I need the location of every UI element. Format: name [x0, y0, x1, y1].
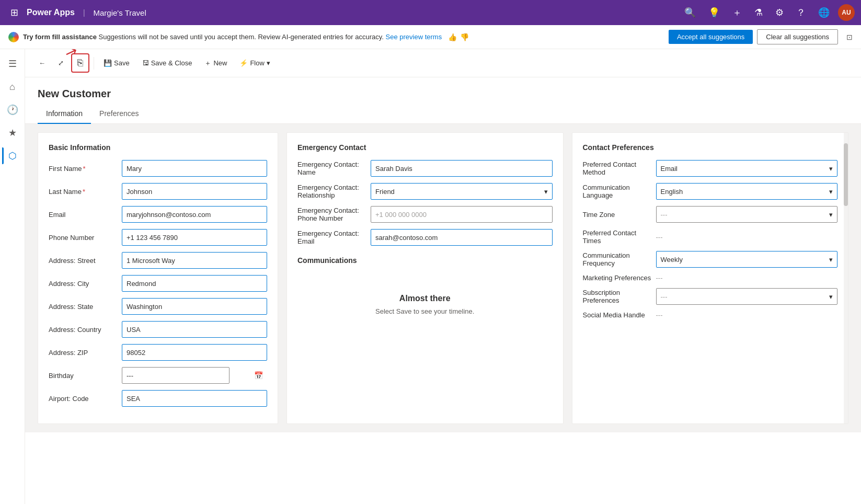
sidebar-item-recent[interactable]: 🕐 — [2, 99, 23, 120]
save-close-button[interactable]: 🖫 Save & Close — [137, 56, 198, 70]
ec-email-row: Emergency Contact: Email — [297, 229, 553, 246]
address-city-input[interactable] — [122, 275, 267, 292]
ec-name-input[interactable] — [371, 160, 553, 177]
page-header: New Customer — [25, 77, 861, 104]
feedback-icons: 👍 👎 — [448, 33, 469, 41]
address-country-input[interactable] — [122, 321, 267, 338]
preferred-contact-method-select[interactable]: Email ▾ — [656, 160, 838, 177]
phone-input[interactable] — [122, 229, 267, 246]
sidebar-item-favorites[interactable]: ★ — [2, 122, 23, 143]
flow-button[interactable]: ⚡ Flow ▾ — [234, 56, 275, 70]
birthday-input[interactable] — [122, 367, 229, 384]
communication-frequency-select[interactable]: Weekly ▾ — [656, 251, 838, 268]
filter-icon[interactable]: ⚗ — [750, 7, 767, 18]
tab-preferences[interactable]: Preferences — [91, 104, 147, 124]
phone-label: Phone Number — [49, 234, 122, 242]
page-title: New Customer — [38, 88, 848, 100]
ec-phone-input[interactable] — [371, 206, 553, 223]
social-media-handle-value: --- — [656, 311, 663, 319]
last-name-input[interactable] — [122, 183, 267, 200]
first-name-input[interactable] — [122, 160, 267, 177]
subscription-preferences-select[interactable]: --- ▾ — [656, 288, 838, 305]
marketing-preferences-value: --- — [656, 274, 663, 282]
preferred-contact-method-row: Preferred Contact Method Email ▾ — [583, 160, 838, 177]
top-navigation: ⊞ Power Apps | Margie's Travel 🔍 💡 ＋ ⚗ ⚙… — [0, 0, 861, 25]
save-button[interactable]: 💾 Save — [98, 56, 135, 70]
thumbs-down-icon[interactable]: 👎 — [460, 33, 469, 41]
address-country-row: Address: Country — [49, 321, 267, 338]
scrollbar[interactable] — [844, 133, 848, 423]
back-icon: ← — [39, 59, 45, 67]
back-button[interactable]: ← — [33, 56, 51, 70]
ec-relationship-value: Friend — [375, 188, 395, 196]
toolbar-divider — [94, 57, 94, 70]
communication-language-row: Communication Language English ▾ — [583, 183, 838, 200]
settings-icon[interactable]: ⚙ — [771, 7, 788, 18]
scroll-thumb[interactable] — [844, 143, 848, 206]
preview-terms-link[interactable]: See preview terms — [385, 33, 442, 41]
ec-name-label: Emergency Contact: Name — [297, 161, 371, 176]
search-icon[interactable]: 🔍 — [680, 7, 700, 18]
flow-icon: ⚡ — [239, 59, 248, 67]
almost-there-title: Almost there — [308, 294, 542, 303]
address-street-label: Address: Street — [49, 257, 122, 265]
sidebar-item-entities[interactable]: ⬡ — [2, 145, 23, 166]
time-zone-chevron: ▾ — [829, 211, 833, 219]
flow-chevron-icon: ▾ — [267, 59, 270, 67]
time-zone-select[interactable]: --- ▾ — [656, 206, 838, 223]
form-area: Basic Information First Name* Last Name* — [25, 124, 861, 432]
ai-suggestion-banner: Try form fill assistance Suggestions wil… — [0, 25, 861, 49]
preferred-contact-times-value: --- — [656, 233, 663, 241]
side-panel-icon[interactable]: ⊡ — [846, 33, 853, 41]
new-button[interactable]: ＋ New — [199, 55, 232, 71]
social-media-handle-label: Social Media Handle — [583, 311, 656, 319]
lightbulb-icon[interactable]: 💡 — [704, 7, 724, 18]
communication-frequency-label: Communication Frequency — [583, 251, 656, 267]
airport-code-input[interactable] — [122, 390, 267, 407]
address-zip-input[interactable] — [122, 344, 267, 361]
new-window-icon: ⤢ — [58, 59, 64, 67]
grid-icon[interactable]: ⊞ — [6, 7, 22, 18]
airport-code-label: Airport: Code — [49, 395, 122, 403]
save-icon: 💾 — [104, 59, 112, 67]
ec-name-row: Emergency Contact: Name — [297, 160, 553, 177]
address-street-input[interactable] — [122, 252, 267, 269]
address-state-row: Address: State — [49, 298, 267, 315]
first-name-row: First Name* — [49, 160, 267, 177]
clear-all-button[interactable]: Clear all suggestions — [757, 29, 838, 44]
thumbs-up-icon[interactable]: 👍 — [448, 33, 457, 41]
communication-language-select[interactable]: English ▾ — [656, 183, 838, 200]
address-street-row: Address: Street — [49, 252, 267, 269]
social-media-handle-row: Social Media Handle --- — [583, 311, 838, 319]
last-name-row: Last Name* — [49, 183, 267, 200]
calendar-icon[interactable]: 📅 — [254, 371, 263, 380]
app-layout: ☰ ⌂ 🕐 ★ ⬡ ← ⤢ ⎘ ↙ 💾 Save 🖫 — [0, 49, 861, 504]
address-state-input[interactable] — [122, 298, 267, 315]
tab-information[interactable]: Information — [38, 104, 91, 124]
email-input[interactable] — [122, 206, 267, 223]
first-name-label: First Name* — [49, 165, 122, 173]
preferred-contact-method-label: Preferred Contact Method — [583, 161, 656, 176]
ec-email-input[interactable] — [371, 229, 553, 246]
add-icon[interactable]: ＋ — [728, 6, 746, 19]
avatar[interactable]: AU — [838, 4, 855, 21]
copy-button[interactable]: ⎘ ↙ — [71, 53, 89, 73]
subscription-preferences-chevron: ▾ — [829, 293, 833, 301]
ec-phone-row: Emergency Contact: Phone Number — [297, 206, 553, 223]
ec-relationship-row: Emergency Contact: Relationship Friend ▾ — [297, 183, 553, 200]
communication-language-chevron: ▾ — [829, 188, 833, 196]
accept-all-button[interactable]: Accept all suggestions — [669, 30, 753, 44]
email-label: Email — [49, 211, 122, 219]
globe-icon[interactable]: 🌐 — [814, 7, 834, 18]
almost-there-section: Almost there Select Save to see your tim… — [297, 273, 553, 336]
ec-relationship-select[interactable]: Friend ▾ — [371, 183, 553, 200]
address-city-row: Address: City — [49, 275, 267, 292]
sidebar-item-menu[interactable]: ☰ — [2, 53, 23, 74]
communications-title: Communications — [297, 256, 553, 265]
help-icon[interactable]: ？ — [792, 6, 810, 19]
address-zip-row: Address: ZIP — [49, 344, 267, 361]
communication-language-value: English — [661, 188, 683, 196]
sidebar-item-home[interactable]: ⌂ — [2, 76, 23, 97]
app-title: Margie's Travel — [94, 8, 146, 17]
communication-frequency-row: Communication Frequency Weekly ▾ — [583, 251, 838, 268]
